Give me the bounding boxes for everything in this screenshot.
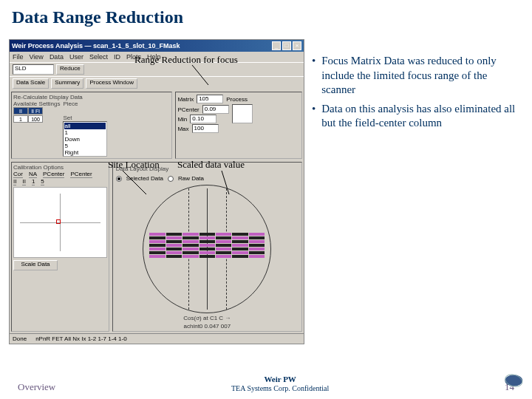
- tab-summary[interactable]: Summary: [51, 78, 83, 89]
- calib-val-1: II: [22, 178, 25, 185]
- grid-v2[interactable]: 100: [28, 115, 43, 123]
- bullet-list: Focus Matrix Data was reduced to only in…: [312, 54, 519, 131]
- window-title: Weir Process Analysis — scan_1-1_5_slot_…: [12, 42, 180, 50]
- footer: Overview Weir PW TEA Systems Corp. Confi…: [0, 375, 532, 393]
- tab-data-scale[interactable]: Data Scale: [13, 78, 49, 89]
- wafer-caption-2: achint0 0.047 007: [115, 323, 300, 330]
- radio-raw-label: Raw Data: [178, 175, 204, 182]
- slide-title: Data Range Reduction: [0, 0, 532, 32]
- max-label: Max: [177, 126, 188, 132]
- annotation-site-location: Site Location: [108, 159, 160, 171]
- radio-raw-data[interactable]: [168, 176, 174, 182]
- menu-user[interactable]: User: [69, 53, 83, 61]
- minimize-icon[interactable]: _: [272, 41, 281, 50]
- logo-icon: [502, 371, 528, 390]
- menu-select[interactable]: Select: [89, 53, 108, 61]
- pcenter-input[interactable]: 0.09: [202, 105, 229, 114]
- matrix-panel: Matrix 105 Process PCenter 0.09 Min: [175, 92, 302, 159]
- settings-grid: II II Fl 1 100: [13, 107, 60, 123]
- close-icon[interactable]: ×: [293, 41, 301, 50]
- app-window: Weir Process Analysis — scan_1-1_5_slot_…: [9, 39, 304, 344]
- footer-confidential: TEA Systems Corp. Confidential: [231, 384, 329, 393]
- status-left: Done: [13, 335, 27, 342]
- list-item[interactable]: 1: [64, 129, 106, 136]
- list-item[interactable]: Right: [64, 149, 106, 156]
- statusbar: Done nPnR FET All Nx Ix 1-2 1-7 1-4 1-0: [10, 333, 304, 344]
- process-preview: [232, 104, 253, 123]
- list-item[interactable]: Down: [64, 136, 106, 143]
- tab-row: Data Scale Summary Process Window: [10, 76, 304, 90]
- wafer-panel: Data Layout Display Selected Data Raw Da…: [112, 162, 302, 332]
- annotation-scaled-data: Scaled data value: [177, 159, 245, 171]
- calib-val-3: 5: [41, 178, 44, 185]
- min-label: Min: [177, 116, 187, 123]
- menu-view[interactable]: View: [30, 53, 44, 61]
- titlebar: Weir Process Analysis — scan_1-1_5_slot_…: [10, 40, 304, 52]
- calib-col-pc1: PCenter: [43, 171, 64, 178]
- site-location-plot: [13, 187, 107, 258]
- available-label: Available Settings: [13, 100, 60, 107]
- calib-col-cor: Cor: [13, 171, 23, 178]
- recalc-panel: Re-Calculate Display Data Available Sett…: [11, 92, 172, 159]
- grid-v1[interactable]: 1: [13, 115, 28, 123]
- menu-id[interactable]: ID: [114, 53, 120, 61]
- bullet-1: Focus Matrix Data was reduced to only in…: [321, 54, 519, 98]
- maximize-icon[interactable]: □: [282, 41, 291, 50]
- radio-selected-data[interactable]: [116, 176, 122, 182]
- calib-col-pc2: PCenter: [70, 171, 92, 178]
- calib-val-2: 1: [32, 178, 35, 185]
- piece-label: Piece: [63, 100, 107, 107]
- calib-col-na: NA: [29, 171, 37, 178]
- max-input[interactable]: 100: [192, 124, 219, 133]
- wafer-map: [143, 185, 271, 313]
- menu-file[interactable]: File: [13, 53, 24, 61]
- grid-h1: II: [13, 107, 28, 115]
- footer-overview: Overview: [18, 381, 55, 393]
- calibration-panel: Calibration Options Cor NA PCenter PCent…: [11, 162, 109, 332]
- bullet-2: Data on this analysis has also eliminate…: [321, 102, 519, 131]
- svg-point-3: [505, 375, 522, 386]
- calib-val-0: II: [13, 178, 16, 185]
- min-input[interactable]: 0.10: [190, 115, 216, 123]
- toolbar-combo[interactable]: SLD: [13, 64, 54, 75]
- pcenter-label: PCenter: [177, 106, 199, 113]
- menu-data[interactable]: Data: [50, 53, 64, 61]
- tab-process-window[interactable]: Process Window: [86, 78, 137, 89]
- footer-title: Weir PW: [231, 375, 329, 384]
- scale-data-button[interactable]: Scale Data: [13, 260, 58, 270]
- list-item[interactable]: 5: [64, 143, 106, 149]
- toolbar-reduce-button[interactable]: Reduce: [56, 64, 84, 75]
- annotation-range-reduction: Range Reduction for focus: [134, 54, 238, 66]
- set-list[interactable]: all 1 Down 5 Right: [63, 121, 107, 157]
- matrix-input[interactable]: 105: [197, 95, 223, 103]
- list-item[interactable]: all: [64, 123, 106, 129]
- radio-selected-label: Selected Data: [126, 175, 163, 182]
- grid-h2: II Fl: [28, 107, 43, 115]
- recalc-label: Re-Calculate Display Data: [13, 94, 170, 100]
- set-label: Set: [63, 115, 107, 121]
- calibration-label: Calibration Options: [13, 164, 107, 171]
- wafer-caption-1: Cos(σ) at C1 C →: [115, 315, 300, 321]
- site-marker: [56, 219, 61, 224]
- process-label: Process: [226, 96, 248, 103]
- status-right: nPnR FET All Nx Ix 1-2 1-7 1-4 1-0: [35, 335, 126, 342]
- matrix-label: Matrix: [177, 96, 194, 103]
